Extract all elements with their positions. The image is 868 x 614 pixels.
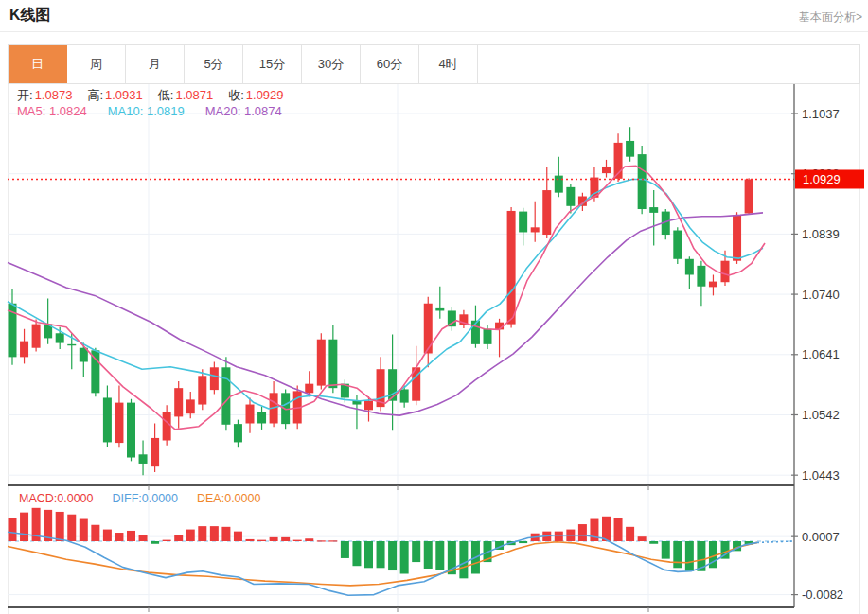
ma10-label: MA10: xyxy=(108,104,144,118)
candlestick-panel xyxy=(8,127,794,475)
high-value: 1.0931 xyxy=(105,88,143,102)
ma5-value: 1.0824 xyxy=(49,104,87,118)
diff-value: DIFF:0.0000 xyxy=(113,492,178,505)
price-tick-label: 1.0641 xyxy=(802,347,840,361)
price-tick-label: 1.0740 xyxy=(802,288,840,302)
ma20-value: 1.0874 xyxy=(244,104,282,118)
price-tick-label: 1.0839 xyxy=(802,227,840,241)
kline-widget: K线图 基本面分析> 日 周 月 5分 15分 30分 60分 4时 1.103… xyxy=(0,0,868,614)
macd-legend: MACD:0.0000 DIFF:0.0000 DEA:0.0000 xyxy=(19,492,260,505)
ma5-label: MA5: xyxy=(17,104,45,118)
ma-legend: MA5: 1.0824 MA10: 1.0819 MA20: 1.0874 xyxy=(17,104,282,118)
ma20-label: MA20: xyxy=(205,104,241,118)
axes: 1.10371.09381.08391.07401.06411.05421.04… xyxy=(8,84,864,612)
high-label: 高: xyxy=(87,88,103,102)
low-value: 1.0871 xyxy=(175,88,213,102)
price-tick-label: 1.0443 xyxy=(802,468,840,482)
macd-tick-label: -0.0082 xyxy=(802,588,843,602)
price-tick-label: 1.1037 xyxy=(802,107,840,121)
macd-tick-label: 0.0007 xyxy=(802,530,840,544)
open-value: 1.0873 xyxy=(35,88,73,102)
macd-value: MACD:0.0000 xyxy=(19,492,94,505)
close-value: 1.0929 xyxy=(246,88,284,102)
ma10-value: 1.0819 xyxy=(147,104,185,118)
low-label: 低: xyxy=(158,88,174,102)
gridlines xyxy=(8,84,794,607)
price-tick-label: 1.0542 xyxy=(802,408,840,422)
macd-panel xyxy=(8,508,794,595)
last-price-badge-text: 1.0929 xyxy=(803,172,841,186)
dea-value: DEA:0.0000 xyxy=(197,492,260,505)
close-label: 收: xyxy=(228,88,244,102)
ohlc-legend: 开:1.0873 高:1.0931 低:1.0871 收:1.0929 xyxy=(17,87,284,104)
open-label: 开: xyxy=(17,88,33,102)
